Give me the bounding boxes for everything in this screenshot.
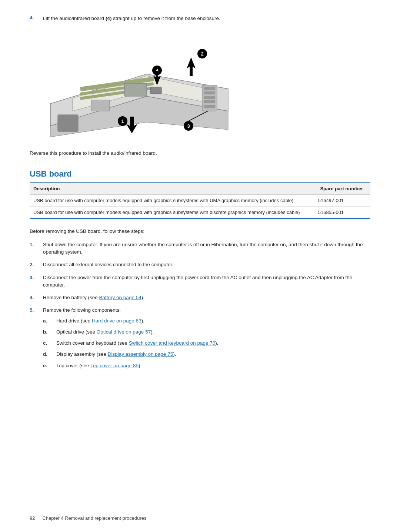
sub-step-item: d. Display assembly (see Display assembl… — [43, 351, 370, 358]
step-num: 2. — [30, 261, 37, 268]
step-text: Remove the battery (see Battery on page … — [43, 294, 144, 301]
step-text: Shut down the computer. If you are unsur… — [43, 241, 370, 256]
footer-text: 92 Chapter 4 Removal and replacement pro… — [30, 515, 147, 521]
step-num: 4. — [30, 294, 37, 301]
svg-text:3: 3 — [187, 123, 190, 129]
svg-rect-16 — [58, 115, 78, 131]
svg-rect-14 — [150, 87, 161, 94]
sub-list: a. Hard drive (see Hard drive on page 63… — [43, 317, 370, 369]
step-4-text: Lift the audio/infrared board (4) straig… — [43, 15, 220, 22]
step-item: 4.Remove the battery (see Battery on pag… — [30, 294, 370, 301]
col-spare-part-header: Spare part number — [314, 183, 370, 194]
sub-step-item: a. Hard drive (see Hard drive on page 63… — [43, 317, 370, 325]
step-text: Disconnect the power from the computer b… — [43, 274, 370, 289]
sub-link[interactable]: Switch cover and keyboard on page 70 — [129, 340, 215, 346]
page-footer: 92 Chapter 4 Removal and replacement pro… — [30, 515, 147, 521]
hardware-diagram: 1 2 3 4 — [43, 30, 236, 141]
before-removing-text: Before removing the USB board, follow th… — [30, 228, 370, 235]
step-num: 3. — [30, 274, 37, 289]
sub-step-item: b. Optical drive (see Optical drive on p… — [43, 328, 370, 336]
table-cell-description: USB board for use with computer models e… — [30, 206, 314, 218]
sub-step-item: c. Switch cover and keyboard (see Switch… — [43, 339, 370, 347]
numbered-steps-list: 1.Shut down the computer. If you are uns… — [30, 241, 370, 369]
sub-letter: d. — [43, 351, 50, 358]
sub-step-item: e. Top cover (see Top cover on page 85). — [43, 362, 370, 369]
reverse-procedure-text: Reverse this procedure to install the au… — [30, 150, 370, 157]
svg-rect-15 — [91, 100, 110, 111]
table-row: USB board for use with computer models e… — [30, 194, 370, 206]
usb-board-heading: USB board — [30, 169, 370, 179]
step-item: 3.Disconnect the power from the computer… — [30, 274, 370, 289]
svg-rect-11 — [204, 100, 215, 103]
page-container: 4. Lift the audio/infrared board (4) str… — [0, 0, 400, 532]
sub-text: Optical drive (see Optical drive on page… — [56, 328, 154, 336]
table-cell-part-number: 516855-001 — [314, 206, 370, 218]
diagram-container: 1 2 3 4 — [43, 30, 236, 141]
svg-rect-10 — [204, 96, 215, 99]
sub-text: Switch cover and keyboard (see Switch co… — [56, 339, 219, 347]
sub-text: Top cover (see Top cover on page 85). — [56, 362, 141, 369]
sub-letter: e. — [43, 362, 50, 369]
sub-link[interactable]: Top cover on page 85 — [90, 363, 139, 368]
svg-text:1: 1 — [121, 118, 124, 124]
svg-rect-9 — [204, 91, 215, 94]
sub-link[interactable]: Hard drive on page 63 — [92, 318, 141, 324]
svg-rect-12 — [204, 105, 215, 108]
parts-table: Description Spare part number USB board … — [30, 183, 370, 219]
step-num: 1. — [30, 241, 37, 256]
step-link[interactable]: Battery on page 54 — [99, 295, 141, 300]
table-cell-description: USB board for use with computer models e… — [30, 194, 314, 206]
sub-link[interactable]: Display assembly on page 75 — [108, 351, 173, 357]
step-num: 5. — [30, 307, 37, 314]
sub-letter: b. — [43, 328, 50, 336]
step-text: Disconnect all external devices connecte… — [43, 261, 173, 268]
page-number: 92 — [30, 515, 35, 521]
col-description-header: Description — [30, 183, 314, 194]
step-text: Remove the following components: — [43, 307, 121, 314]
step-item: 1.Shut down the computer. If you are uns… — [30, 241, 370, 256]
sub-letter: a. — [43, 317, 50, 325]
svg-marker-18 — [187, 57, 196, 76]
step-item: 5. Remove the following components: a. H… — [30, 307, 370, 369]
svg-rect-13 — [124, 83, 147, 96]
step-5-container: 5. Remove the following components: a. H… — [30, 307, 370, 369]
sub-text: Display assembly (see Display assembly o… — [56, 351, 176, 358]
svg-rect-8 — [204, 87, 215, 90]
sub-letter: c. — [43, 339, 50, 347]
sub-text: Hard drive (see Hard drive on page 63). — [56, 317, 144, 325]
step-item: 2.Disconnect all external devices connec… — [30, 261, 370, 268]
sub-link[interactable]: Optical drive on page 57 — [97, 329, 151, 335]
chapter-text: Chapter 4 Removal and replacement proced… — [42, 515, 146, 521]
svg-text:2: 2 — [201, 51, 203, 57]
step-4-row: 4. Lift the audio/infrared board (4) str… — [30, 15, 370, 22]
table-row: USB board for use with computer models e… — [30, 206, 370, 218]
step-4-number: 4. — [30, 15, 37, 22]
table-cell-part-number: 516497-001 — [314, 194, 370, 206]
